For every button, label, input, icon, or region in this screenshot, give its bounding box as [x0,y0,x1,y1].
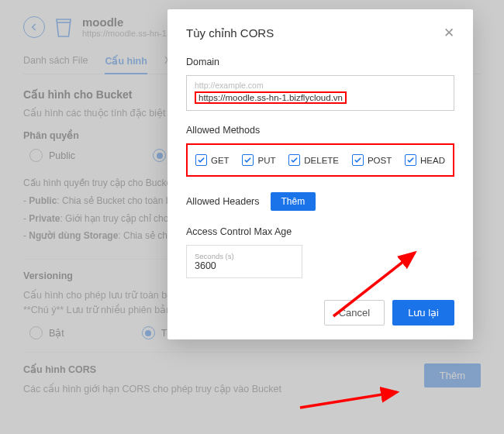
chk-get[interactable]: GET [195,154,230,166]
check-icon [288,154,300,166]
methods-box: GET PUT DELETE POST HEAD [186,143,454,177]
save-button[interactable]: Lưu lại [392,300,454,326]
domain-label: Domain [186,57,454,67]
check-icon [352,154,364,166]
domain-input[interactable]: http://example.com https://moodle.ss-hn-… [186,75,454,111]
chk-head[interactable]: HEAD [405,154,445,166]
cancel-button[interactable]: Cancel [324,300,385,326]
maxage-unit: Seconds (s) [195,252,294,260]
modal-title: Tùy chỉnh CORS [186,26,274,40]
methods-label: Allowed Methods [186,125,454,136]
check-icon [405,154,416,166]
maxage-value: 3600 [195,260,294,271]
chk-put[interactable]: PUT [242,154,275,166]
domain-placeholder: http://example.com [195,81,446,90]
maxage-input[interactable]: Seconds (s) 3600 [186,245,302,278]
headers-label: Allowed Headers [186,196,260,207]
chk-delete[interactable]: DELETE [288,154,339,166]
cors-modal: Tùy chỉnh CORS ✕ Domain http://example.c… [167,9,473,339]
domain-value: https://moodle.ss-hn-1.bizflycloud.vn [195,91,347,104]
check-icon [242,154,254,166]
maxage-label: Access Control Max Age [186,226,454,237]
headers-add-button[interactable]: Thêm [271,192,316,211]
chk-post[interactable]: POST [352,154,392,166]
close-icon[interactable]: ✕ [444,25,454,41]
check-icon [195,154,207,166]
